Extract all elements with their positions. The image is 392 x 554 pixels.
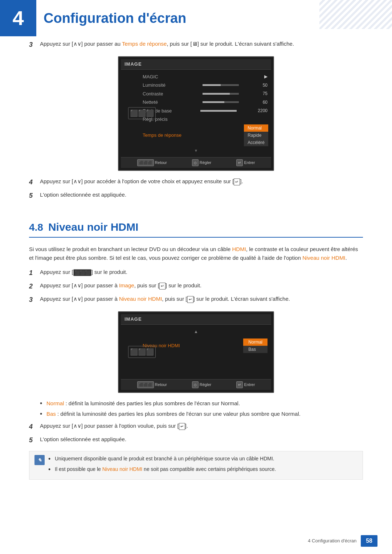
step-number-3: 3 [29, 40, 40, 50]
menu-value-contraste: 75 [263, 90, 271, 97]
bullet-normal: • Normal : définit la luminosité des par… [40, 399, 363, 408]
nettete-bar-container [203, 101, 262, 103]
nettete-bar [203, 101, 239, 103]
chapter-title: Configuration d'écran [44, 8, 186, 29]
dropdown-niveau-noir: Normal Bas [243, 338, 268, 353]
section-48-description: Si vous utilisez le produit en branchant… [29, 245, 363, 262]
monitor-body-2: ▲ ⬛⬛⬛ Niveau noir HDMI Normal Bas [121, 325, 271, 379]
main-content: 3 Appuyez sur [∧∨] pour passer au Temps … [0, 0, 392, 509]
step-number-5: 5 [29, 191, 40, 201]
monitor2-spacer [121, 356, 271, 378]
section-48-header: 4.8 Niveau noir HDMI [29, 219, 363, 238]
contraste-bar-fill [203, 93, 230, 95]
step-5-text: L'option sélectionnée est appliquée. [40, 191, 363, 199]
step-48-number-4: 4 [29, 422, 40, 432]
highlight-niveau-noir: Niveau noir HDMI [119, 296, 162, 302]
monitor-frame-1: IMAGE ⬛⬛⬛ MAGIC ▶ Luminosité [118, 56, 274, 171]
monitor-title-2: IMAGE [121, 314, 271, 325]
retour-icon-1: ⬛⬛⬛ [137, 159, 154, 166]
menu-row-nettete: Netteté 60 [121, 98, 271, 107]
dropdown-option-accelere: Accéléré [244, 139, 268, 146]
footer-regler-1: ◇ Régler [192, 159, 211, 166]
key-arrows: ∧∨ [73, 41, 81, 47]
menu-row-magic: MAGIC ▶ [121, 73, 271, 81]
step-48-2: 2 Appuyez sur [∧∨] pour passer à Image, … [29, 282, 363, 291]
note-dot-2: • [48, 465, 55, 474]
monitor2-left-icon: ⬛⬛⬛ [128, 346, 156, 358]
regl-base-bar-fill [200, 110, 237, 112]
step-48-3: 3 Appuyez sur [∧∨] pour passer à Niveau … [29, 295, 363, 305]
footer-retour-1: ⬛⬛⬛ Retour [137, 159, 167, 166]
menu-label-temps-reponse: Temps de réponse [121, 132, 244, 139]
regler-label-2: Régler [200, 382, 211, 388]
hdmi-highlight-1: HDMI [232, 246, 246, 252]
monitor-body-1: ⬛⬛⬛ MAGIC ▶ Luminosité 50 Cont [121, 70, 271, 157]
dropdown-option-rapide: Rapide [244, 132, 268, 139]
step-48-5: 5 L'option sélectionnée est appliquée. [29, 435, 363, 445]
arrow-up-icon: ▲ [121, 328, 271, 336]
step-48-text-3: Appuyez sur [∧∨] pour passer à Niveau no… [40, 295, 363, 303]
bas-highlight: Bas [46, 411, 56, 417]
decorative-stripes [319, 0, 392, 29]
key-menu-1: ⬛⬛⬛ [73, 269, 91, 276]
dropdown-option-normal: Normal [244, 124, 268, 132]
luminosite-bar [203, 84, 239, 86]
note-icon: ✎ [34, 455, 45, 465]
section-48-title: Niveau noir HDMI [48, 219, 138, 235]
menu-label-nettete: Netteté [121, 99, 203, 106]
regler-icon-2: ◇ [192, 381, 199, 388]
entrer-icon-2: ↵ [236, 381, 243, 388]
menu-row-luminosite: Luminosité 50 [121, 81, 271, 90]
step-48-text-4: Appuyez sur [∧∨] pour passer à l'option … [40, 422, 363, 430]
chapter-number: 4 [12, 3, 24, 33]
nettete-bar-fill [203, 101, 224, 103]
step-48-1: 1 Appuyez sur [⬛⬛⬛] sur le produit. [29, 268, 363, 278]
section-48-number: 4.8 [29, 220, 43, 235]
bullet-text-bas: Bas : définit la luminosité des parties … [46, 410, 363, 418]
step-48-text-5: L'option sélectionnée est appliquée. [40, 435, 363, 444]
key-enter-5: ↵ [179, 423, 185, 430]
contraste-bar [203, 93, 239, 95]
note-item-2: • Il est possible que le Niveau noir HDM… [48, 465, 358, 474]
footer-regler-2: ◇ Régler [192, 381, 211, 388]
step-48-number-3: 3 [29, 295, 40, 305]
menu-label-luminosite: Luminosité [121, 82, 203, 89]
bullet-bas: • Bas : définit la luminosité des partie… [40, 410, 363, 418]
key-enter-icon: 🖥 [192, 41, 197, 47]
entrer-label-1: Entrer [244, 160, 255, 166]
step-4-choose-option: 4 Appuyez sur [∧∨] pour accéder à l'opti… [29, 177, 363, 187]
highlight-temps-reponse: Temps de réponse [122, 41, 167, 47]
bullet-dot-bas: • [40, 410, 46, 418]
footer-retour-2: ⬛⬛⬛ Retour [137, 381, 167, 388]
notes-box: ✎ • Uniquement disponible quand le produ… [29, 451, 363, 480]
menu-value-luminosite: 50 [263, 82, 271, 89]
scroll-arrow-down: ▼ [121, 147, 271, 155]
note-content: • Uniquement disponible quand le produit… [48, 455, 358, 476]
niveau-noir-hdmi-note: Niveau noir HDMI [102, 466, 142, 472]
regler-label-1: Régler [200, 160, 211, 166]
highlight-image: Image [119, 282, 134, 288]
contraste-bar-container [203, 93, 262, 95]
regl-base-bar [200, 110, 237, 112]
luminosite-bar-container [203, 84, 262, 86]
key-enter-2: ↵ [234, 178, 240, 185]
page-footer: 4 Configuration d'écran 58 [308, 535, 377, 547]
menu-label-magic: MAGIC [121, 73, 264, 81]
menu-value-magic: ▶ [264, 73, 271, 80]
step-3-response-time: 3 Appuyez sur [∧∨] pour passer au Temps … [29, 40, 363, 50]
monitor-title-1: IMAGE [121, 59, 271, 70]
regl-base-bar-container [200, 110, 258, 112]
luminosite-bar-fill [203, 84, 221, 86]
menu-value-nettete: 60 [263, 99, 271, 106]
bullet-dot-normal: • [40, 399, 46, 408]
key-enter-4: ↵ [187, 296, 193, 303]
note-dot-1: • [48, 455, 55, 463]
retour-label-1: Retour [155, 160, 167, 166]
menu-label-contraste: Contraste [121, 90, 203, 98]
step-3-text: Appuyez sur [∧∨] pour passer au Temps de… [40, 40, 363, 48]
entrer-icon-1: ↵ [236, 159, 243, 166]
menu-row-temps-reponse: Temps de réponse Normal Rapide Accéléré [121, 124, 271, 147]
monitor-screenshot-2: IMAGE ▲ ⬛⬛⬛ Niveau noir HDMI Normal Bas [29, 311, 363, 393]
regler-icon-1: ◇ [192, 159, 199, 166]
footer-entrer-2: ↵ Entrer [236, 381, 255, 388]
